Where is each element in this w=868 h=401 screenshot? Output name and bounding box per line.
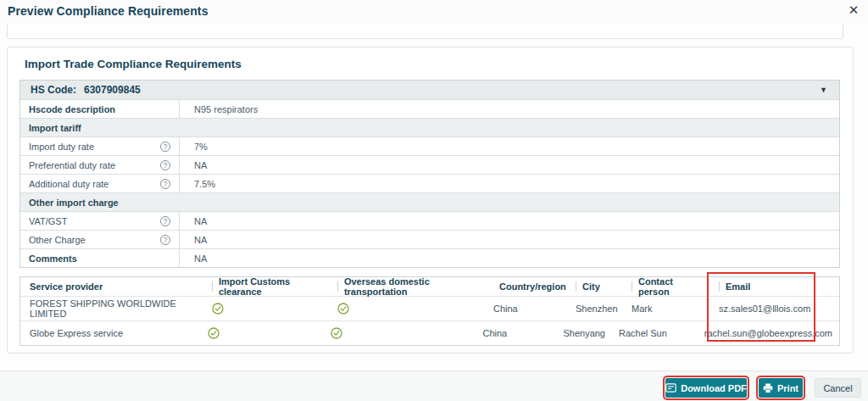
download-pdf-button[interactable]: Download PDF [665, 378, 747, 398]
row-value: NA [180, 156, 839, 174]
row-label: Hscode description [20, 100, 180, 118]
header-divider [632, 281, 632, 292]
table-row: FOREST SHIPPING WORLDWIDE LIMITED China … [20, 296, 839, 320]
help-icon[interactable]: ? [160, 235, 170, 245]
column-header: Overseas domestic transportation [344, 276, 480, 297]
hs-code-header[interactable]: HS Code: 6307909845 ▼ [20, 81, 839, 99]
row-value: NA [180, 212, 839, 230]
contact-cell: Mark [625, 297, 712, 320]
email-cell: sz.sales01@lllois.com [712, 297, 839, 320]
column-header: Email [726, 281, 750, 292]
modal-title: Preview Compliance Requirements [8, 4, 209, 18]
provider-name: Globe Express service [20, 321, 201, 345]
modal-header: Preview Compliance Requirements ✕ [0, 0, 868, 24]
row-label: Comments [20, 249, 180, 267]
page-title: Import Trade Compliance Requirements [25, 58, 242, 70]
scrolled-previous-section [7, 25, 843, 39]
row-label: Additional duty rate [29, 179, 108, 189]
city-cell: Shenyang [556, 321, 612, 345]
download-pdf-label: Download PDF [681, 383, 747, 393]
row-label: VAT/GST [29, 216, 67, 226]
contact-cell: Rachel Sun [612, 321, 698, 345]
row-value: 7% [180, 137, 839, 155]
column-header: Import Customs clearance [219, 276, 324, 297]
chevron-down-icon[interactable]: ▼ [820, 86, 827, 94]
section-row: Import tariff [20, 118, 839, 136]
table-row: Hscode description N95 respirators [20, 99, 839, 118]
cancel-button[interactable]: Cancel [815, 378, 861, 398]
table-row: Preferential duty rate? NA [20, 155, 839, 174]
print-button[interactable]: Print [759, 378, 803, 398]
check-icon [212, 303, 224, 315]
table-row: Globe Express service China Shenyang Rac… [20, 320, 839, 345]
pdf-file-icon [665, 383, 676, 393]
email-cell: rachel.sun@globeexpress.com [698, 321, 839, 345]
row-value: 7.5% [180, 175, 839, 192]
header-divider [719, 281, 720, 292]
row-value: NA [180, 231, 839, 248]
section-label: Import tariff [20, 119, 839, 136]
header-divider [337, 281, 338, 292]
country-cell: China [476, 321, 556, 345]
section-label: Other import charge [20, 193, 839, 211]
column-header: City [582, 281, 600, 292]
section-row: Other import charge [20, 192, 839, 211]
table-row: VAT/GST? NA [20, 211, 839, 230]
import-requirements-card: Import Trade Compliance Requirements HS … [7, 47, 854, 354]
preview-compliance-modal: Preview Compliance Requirements ✕ Import… [0, 0, 868, 401]
check-icon [208, 327, 220, 339]
service-provider-table: Service provider Import Customs clearanc… [19, 276, 840, 346]
table-row: Import duty rate? 7% [20, 136, 839, 155]
help-icon[interactable]: ? [160, 216, 170, 226]
city-cell: Shenzhen [569, 297, 625, 320]
column-header: Contact person [638, 276, 705, 297]
column-header: Country/region [499, 281, 566, 292]
table-row: Additional duty rate? 7.5% [20, 174, 839, 192]
print-label: Print [777, 383, 798, 393]
close-icon[interactable]: ✕ [845, 2, 862, 19]
hs-code-value: 6307909845 [84, 84, 141, 96]
help-icon[interactable]: ? [160, 160, 170, 170]
hs-code-panel: HS Code: 6307909845 ▼ Hscode description… [19, 80, 840, 268]
header-divider [212, 281, 213, 292]
header-divider [576, 281, 576, 292]
column-header: Service provider [20, 277, 205, 296]
printer-icon [763, 383, 773, 393]
check-icon [337, 303, 349, 315]
check-icon [331, 327, 342, 339]
table-header-row: Service provider Import Customs clearanc… [20, 277, 839, 296]
row-value: NA [180, 249, 839, 267]
help-icon[interactable]: ? [160, 179, 170, 189]
row-value: N95 respirators [180, 100, 839, 118]
hs-code-label: HS Code: [31, 84, 76, 96]
row-label: Import duty rate [29, 142, 94, 152]
table-row: Other Charge? NA [20, 230, 839, 248]
provider-name: FOREST SHIPPING WORLDWIDE LIMITED [20, 297, 205, 320]
row-label: Other Charge [29, 235, 86, 245]
help-icon[interactable]: ? [160, 142, 170, 152]
modal-footer: Download PDF Print Cancel [0, 370, 868, 401]
country-cell: China [487, 297, 569, 320]
row-label: Preferential duty rate [29, 160, 115, 170]
table-row: Comments NA [20, 248, 839, 267]
